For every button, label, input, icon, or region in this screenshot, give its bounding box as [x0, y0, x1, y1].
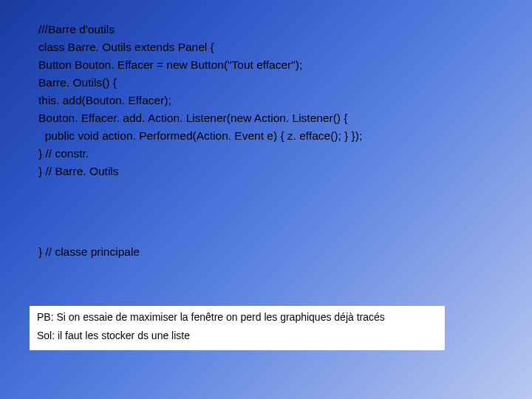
code-line-9: } // Barre. Outils — [38, 163, 494, 180]
slide: ///Barre d'outils class Barre. Outils ex… — [0, 0, 532, 399]
code-line-7: public void action. Performed(Action. Ev… — [38, 127, 494, 145]
code-line-4: Barre. Outils() { — [38, 74, 494, 92]
code-line-2: class Barre. Outils extends Panel { — [38, 38, 494, 56]
note-pb: PB: Si on essaie de maximiser la fenêtre… — [37, 310, 437, 324]
code-block: ///Barre d'outils class Barre. Outils ex… — [38, 21, 494, 180]
code-line-8: } // constr. — [38, 145, 494, 163]
note-sol: Sol: il faut les stocker ds une liste — [37, 329, 437, 343]
note-box: PB: Si on essaie de maximiser la fenêtre… — [30, 306, 445, 350]
code-line-6: Bouton. Effacer. add. Action. Listener(n… — [38, 109, 494, 127]
closing-line: } // classe principale — [38, 245, 140, 259]
code-line-1: ///Barre d'outils — [38, 21, 494, 38]
code-line-3: Button Bouton. Effacer = new Button("Tou… — [38, 56, 494, 74]
code-line-5: this. add(Bouton. Effacer); — [38, 92, 494, 109]
